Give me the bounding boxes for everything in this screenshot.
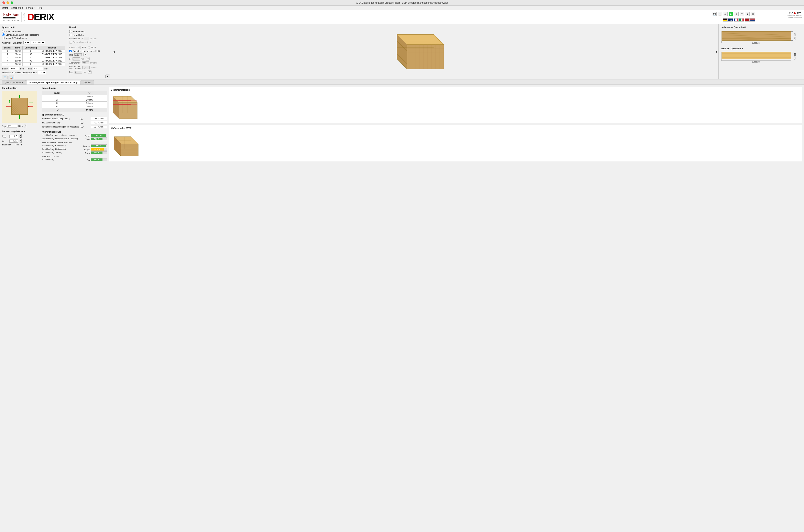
ausnutz-eta-net: ηnxy,net — [79, 148, 90, 151]
left-arrow[interactable]: ◀ — [113, 50, 114, 53]
d0-info[interactable]: ? — [86, 57, 90, 60]
close-button[interactable] — [2, 1, 5, 4]
kmod-spinner[interactable]: ▲ ▼ — [19, 134, 22, 138]
gamma-input[interactable] — [10, 139, 18, 142]
cell-rvse: 4 — [42, 105, 72, 108]
radio-standard[interactable]: Standardaufbauten des Herstellers — [2, 33, 65, 36]
grid-icon[interactable]: ▦ — [751, 12, 755, 16]
question-icon[interactable]: ? — [740, 12, 744, 16]
radio-meine-input[interactable] — [2, 37, 5, 39]
spann-row-1: Ideelle Nominalschubspannung τ0,d* 1,56 … — [42, 117, 107, 120]
brand-action-btn[interactable]: ▼ — [105, 75, 110, 78]
radio-benutzerdefiniert[interactable]: benutzerdefiniert — [2, 30, 65, 33]
pur-radio[interactable] — [78, 46, 81, 49]
play-icon[interactable]: ▶ — [729, 12, 733, 16]
fugenfrei-row[interactable]: fugenfrei oder seitenverklebt — [69, 50, 110, 52]
brand-links-row[interactable]: Brand links — [69, 34, 110, 36]
kmod-up[interactable]: ▲ — [19, 134, 22, 136]
nxy-spinner[interactable]: ▲ ▼ — [24, 124, 26, 128]
right-arrow[interactable]: ▶ — [716, 50, 717, 53]
kmod-input[interactable] — [10, 135, 18, 138]
brandschutz-row[interactable]: Brandschutzsystem — [69, 41, 110, 43]
table-row: 3 20 mm — [42, 101, 107, 105]
flag-de[interactable]: DE — [723, 18, 728, 22]
progress-fill-gross: 97,7 % — [91, 145, 106, 147]
muf-radio[interactable] — [88, 46, 90, 49]
tab-querschnittswerte[interactable]: Querschnittswerte — [2, 80, 26, 84]
flag-it[interactable]: IT — [739, 18, 744, 22]
table-row: 3 20 mm 0 C24-DERIX-ETA 2019 — [2, 56, 65, 59]
cell-material: C24-DERIX-ETA 2019 — [39, 56, 65, 59]
progress-fill-net: 81,4 % — [91, 148, 104, 151]
gamma-up[interactable]: ▲ — [19, 139, 22, 141]
menu-hilfe[interactable]: Hilfe — [38, 6, 42, 10]
brand-links-check[interactable] — [69, 34, 72, 36]
brand-rechts-check[interactable] — [69, 30, 72, 33]
minimize-button[interactable] — [6, 1, 9, 4]
brandschutz-check[interactable] — [69, 41, 72, 43]
d0-input[interactable] — [73, 57, 80, 60]
abbrand2-input[interactable] — [82, 66, 90, 69]
col-material: Material — [39, 46, 65, 50]
radio-benutzerdefiniert-input[interactable] — [2, 30, 5, 33]
abbrand-input[interactable] — [82, 61, 89, 64]
branddauer-input[interactable] — [81, 37, 89, 40]
flag-es[interactable]: ES — [745, 18, 750, 22]
klebstoff-label: Klebstoff — [69, 46, 77, 49]
nxy-unit: kN/m — [18, 125, 23, 127]
radio-meine[interactable]: Meine BSP-Aufbauten — [2, 37, 65, 39]
ausnutz-label-eta: Schubkraft nxy — [42, 158, 78, 161]
cell-schicht: 5 — [2, 62, 13, 66]
save-icon[interactable]: 💾 — [712, 12, 716, 16]
gamma-down[interactable]: ▼ — [19, 141, 22, 143]
spann-val-1: 1,56 N/mm² — [91, 117, 107, 120]
kfire-info[interactable]: ? — [83, 53, 87, 56]
cell-material: C24-DERIX-ETA 2019 — [39, 50, 65, 53]
hoehe-input[interactable] — [33, 67, 43, 70]
branddauer-label: Branddauer — [69, 37, 80, 40]
pur-option[interactable]: PUR — [78, 46, 87, 49]
ratio-select[interactable]: 1:41:51:6 — [38, 71, 46, 74]
nxy-up[interactable]: ▲ — [24, 124, 26, 126]
brand-rechts-row[interactable]: Brand rechts — [69, 30, 110, 33]
aufbau-select[interactable]: X-100/5s — [31, 41, 45, 44]
tab-details[interactable]: Details — [81, 80, 94, 84]
info-icon[interactable]: ℹ — [745, 12, 750, 16]
eta-title: Nach ETA–11/0189 — [42, 155, 107, 158]
ratio-row: Verhältnis Schichtstärke/Brettbreite t/a… — [2, 71, 65, 74]
muf-option[interactable]: MUF — [88, 46, 96, 49]
gamma-spinner[interactable]: ▲ ▼ — [19, 139, 22, 143]
menu-datei[interactable]: Datei — [2, 6, 8, 10]
querschnitt-title: Querschnitt — [2, 26, 65, 28]
maximize-button[interactable] — [11, 1, 13, 4]
progress-m1: 97,7 % — [91, 134, 107, 137]
comet-logo: COMET — [787, 12, 802, 15]
breite-input[interactable] — [9, 67, 19, 70]
flag-nl[interactable]: NL — [750, 18, 755, 22]
print-icon[interactable]: 🖨 — [723, 12, 728, 16]
tab-schnittgroessen[interactable]: Schnittgrößen, Spannungen und Ausnutzung — [26, 80, 81, 84]
brandschutz-label: Brandschutzsystem — [73, 41, 91, 43]
spann-row-2: Brettschubspannung τv,d* 3,12 N/mm² — [42, 121, 107, 125]
nxy-input[interactable] — [7, 125, 17, 128]
kmod-down[interactable]: ▼ — [19, 136, 22, 138]
spann-row-3: Torsionsschubspannung in der Klebefuge τ… — [42, 125, 107, 129]
col-rvse: RVSE — [42, 91, 72, 95]
nxy-down[interactable]: ▼ — [24, 126, 26, 128]
fugenfrei-check[interactable] — [69, 50, 72, 52]
settings-icon[interactable]: ⚙ — [734, 12, 738, 16]
cell-orient: 0 — [22, 56, 39, 59]
nxy-row: nxy,d kN/m ▲ ▼ — [2, 124, 40, 128]
radio-standard-input[interactable] — [2, 33, 5, 36]
tfi-info[interactable]: ? — [88, 71, 92, 74]
menu-bearbeiten[interactable]: Bearbeiten — [11, 6, 23, 10]
schichten-select[interactable]: 537 — [23, 41, 30, 44]
table-row: 2 20 mm — [42, 98, 107, 101]
copy-icon[interactable]: 📋 — [717, 12, 722, 16]
flag-fr[interactable]: FR — [734, 18, 738, 22]
kfire-input[interactable] — [74, 53, 82, 56]
cell-material: C24-DERIX-ETA 2019 — [39, 59, 65, 62]
tfi-input[interactable] — [75, 71, 82, 74]
menu-fenster[interactable]: Fenster — [26, 6, 34, 10]
flag-en[interactable]: EN — [728, 18, 733, 22]
